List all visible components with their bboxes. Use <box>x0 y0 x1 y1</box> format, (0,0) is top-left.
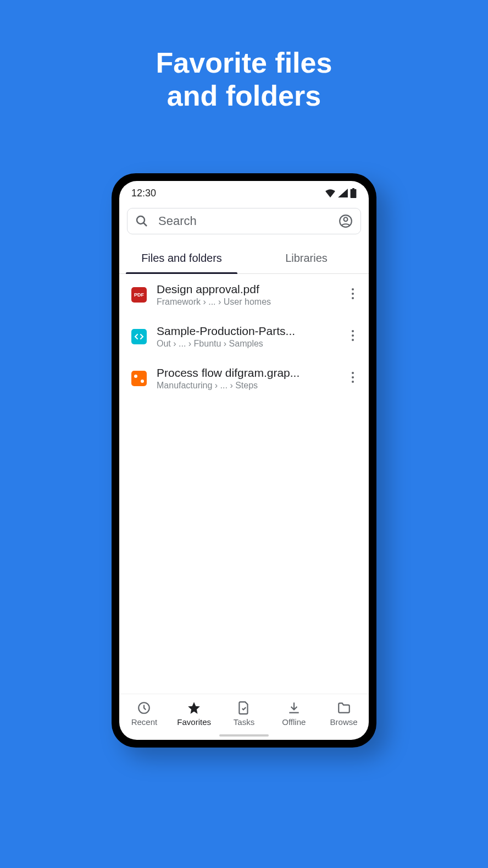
file-name: Sample-Production-Parts... <box>157 325 337 338</box>
file-name: Process flow difgram.grap... <box>157 366 337 380</box>
file-item[interactable]: Sample-Production-Parts... Out › ... › F… <box>119 316 369 358</box>
screen: 12:30 Files and folders Libraries PDF De… <box>119 181 369 740</box>
nav-favorites[interactable]: Favorites <box>169 699 219 729</box>
svg-point-0 <box>137 216 145 224</box>
svg-point-12 <box>352 381 354 383</box>
svg-point-3 <box>344 217 348 221</box>
nav-tasks[interactable]: Tasks <box>219 699 269 729</box>
more-button[interactable] <box>347 367 359 390</box>
file-item[interactable]: PDF Design approval.pdf Framework › ... … <box>119 274 369 316</box>
more-vert-icon <box>351 329 354 342</box>
nav-label: Browse <box>330 717 358 727</box>
folder-icon <box>337 701 351 715</box>
nav-label: Offline <box>282 717 306 727</box>
more-button[interactable] <box>347 325 359 348</box>
pdf-icon: PDF <box>131 287 147 303</box>
status-time: 12:30 <box>131 188 156 199</box>
file-path: Out › ... › Fbuntu › Samples <box>157 339 337 349</box>
status-icons <box>325 188 357 198</box>
search-input[interactable] <box>158 214 329 228</box>
star-icon <box>187 701 201 715</box>
graph-icon <box>131 371 147 386</box>
svg-line-1 <box>143 223 147 226</box>
svg-point-8 <box>352 334 354 337</box>
tab-libraries[interactable]: Libraries <box>244 244 369 273</box>
more-vert-icon <box>351 288 354 300</box>
search-icon <box>135 215 148 228</box>
clock-icon <box>137 701 151 715</box>
more-button[interactable] <box>347 283 359 306</box>
nav-offline[interactable]: Offline <box>269 699 319 729</box>
file-name: Design approval.pdf <box>157 283 337 296</box>
promo-headline: Favorite filesand folders <box>156 47 332 113</box>
file-path: Framework › ... › User homes <box>157 297 337 307</box>
bottom-nav: Recent Favorites Tasks Offline Browse <box>119 694 369 731</box>
phone-frame: 12:30 Files and folders Libraries PDF De… <box>112 173 376 748</box>
nav-label: Favorites <box>177 717 211 727</box>
tab-files-folders[interactable]: Files and folders <box>119 244 244 273</box>
signal-icon <box>338 189 348 197</box>
svg-point-4 <box>352 288 354 290</box>
download-icon <box>287 701 301 715</box>
more-vert-icon <box>351 371 354 383</box>
battery-icon <box>350 188 357 198</box>
file-path: Manufacturing › ... › Steps <box>157 381 337 391</box>
nav-browse[interactable]: Browse <box>319 699 369 729</box>
svg-point-6 <box>352 297 354 299</box>
account-icon[interactable] <box>339 214 353 228</box>
code-icon <box>131 329 147 344</box>
status-bar: 12:30 <box>119 181 369 204</box>
svg-point-5 <box>352 293 354 295</box>
home-indicator <box>219 734 269 737</box>
file-item[interactable]: Process flow difgram.grap... Manufacturi… <box>119 358 369 399</box>
tabs: Files and folders Libraries <box>119 244 369 274</box>
task-icon <box>237 701 251 715</box>
svg-point-11 <box>352 376 354 378</box>
nav-recent[interactable]: Recent <box>119 699 169 729</box>
search-bar[interactable] <box>127 208 361 234</box>
svg-point-7 <box>352 330 354 332</box>
nav-label: Recent <box>131 717 158 727</box>
file-list: PDF Design approval.pdf Framework › ... … <box>119 274 369 694</box>
wifi-icon <box>325 189 336 197</box>
svg-point-9 <box>352 339 354 341</box>
nav-label: Tasks <box>234 717 254 727</box>
svg-point-10 <box>352 372 354 374</box>
